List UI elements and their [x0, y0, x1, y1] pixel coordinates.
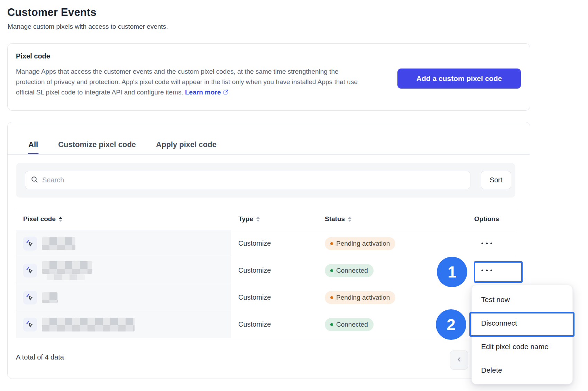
sort-button[interactable]: Sort [481, 171, 511, 189]
search-toolbar: Sort [16, 163, 515, 198]
annotation-step-2: 2 [436, 309, 466, 340]
type-cell: Customize [238, 293, 271, 301]
redacted-pixel-name [42, 261, 92, 280]
type-cell: Customize [238, 239, 271, 247]
tab-apply-pixel-code[interactable]: Apply pixel code [156, 135, 217, 155]
pixel-code-header-label: Pixel code [23, 215, 56, 223]
learn-more-label: Learn more [185, 89, 221, 96]
menu-item-delete[interactable]: Delete [472, 358, 572, 382]
status-label: Pending activation [336, 240, 390, 247]
table-row: Customize Pending activation [16, 230, 515, 257]
table-total-count: A total of 4 data [16, 353, 64, 361]
menu-item-edit-pixel-code-name[interactable]: Edit pixel code name [472, 335, 572, 358]
search-input[interactable] [42, 176, 465, 184]
menu-item-test-now[interactable]: Test now [472, 288, 572, 311]
chevron-left-icon [456, 356, 463, 364]
pixel-cursor-icon [23, 318, 37, 331]
search-icon [31, 176, 38, 185]
status-badge: Pending activation [325, 237, 395, 250]
sort-carets-icon [348, 217, 351, 222]
row-options-button[interactable] [479, 239, 494, 248]
row-options-button[interactable] [479, 266, 494, 275]
type-cell: Customize [238, 320, 271, 328]
pixel-code-cell [16, 230, 231, 257]
page-subtitle: Manage custom pixels with access to cust… [8, 23, 168, 30]
pixel-list-card: All Customize pixel code Apply pixel cod… [7, 122, 530, 379]
add-custom-pixel-code-button[interactable]: Add a custom pixel code [397, 69, 521, 89]
options-context-menu: Test now Disconnect Edit pixel code name… [471, 285, 573, 384]
redacted-pixel-name [42, 318, 135, 331]
table-row: Customize Pending activation [16, 284, 515, 311]
search-box[interactable] [25, 171, 470, 189]
tab-customize-pixel-code[interactable]: Customize pixel code [58, 135, 136, 155]
status-header-label: Status [325, 215, 345, 223]
status-dot-icon [330, 296, 333, 299]
table-header: Pixel code Type Status Options [16, 208, 515, 230]
status-label: Connected [336, 321, 368, 328]
column-header-options: Options [474, 215, 515, 223]
column-header-status[interactable]: Status [325, 215, 474, 223]
status-badge: Connected [325, 318, 374, 331]
pixel-code-card: Pixel code Manage Apps that access the c… [7, 43, 530, 111]
pixel-cursor-icon [23, 237, 37, 251]
tab-divider [8, 154, 530, 155]
type-cell: Customize [238, 266, 271, 274]
pixel-cursor-icon [23, 264, 37, 278]
tab-bar: All Customize pixel code Apply pixel cod… [28, 135, 217, 155]
pixel-code-card-description: Manage Apps that access the customer eve… [16, 66, 367, 98]
status-dot-icon [330, 269, 333, 272]
sort-carets-icon [256, 217, 260, 222]
pixel-code-cell [16, 284, 231, 311]
redacted-pixel-name [42, 237, 75, 250]
status-dot-icon [330, 242, 333, 245]
status-badge: Connected [325, 264, 374, 277]
pixel-code-card-title: Pixel code [16, 52, 50, 60]
status-label: Pending activation [336, 294, 390, 301]
type-header-label: Type [238, 215, 253, 223]
options-header-label: Options [474, 215, 499, 223]
external-link-icon [223, 88, 229, 98]
redacted-pixel-name [42, 292, 58, 303]
status-label: Connected [336, 267, 368, 274]
column-header-pixel-code[interactable]: Pixel code [16, 215, 231, 223]
sort-carets-icon [59, 217, 62, 222]
tab-all[interactable]: All [28, 135, 38, 155]
status-dot-icon [330, 323, 333, 326]
column-header-type[interactable]: Type [231, 215, 325, 223]
learn-more-link[interactable]: Learn more [185, 89, 229, 96]
page-title: Customer Events [7, 6, 97, 19]
pixel-code-cell [16, 257, 231, 284]
annotation-step-1: 1 [437, 257, 467, 287]
pagination-prev-button[interactable] [450, 351, 468, 370]
pixel-code-cell [16, 311, 231, 338]
pixel-cursor-icon [23, 291, 37, 304]
menu-item-disconnect[interactable]: Disconnect [472, 311, 572, 335]
status-badge: Pending activation [325, 291, 395, 304]
